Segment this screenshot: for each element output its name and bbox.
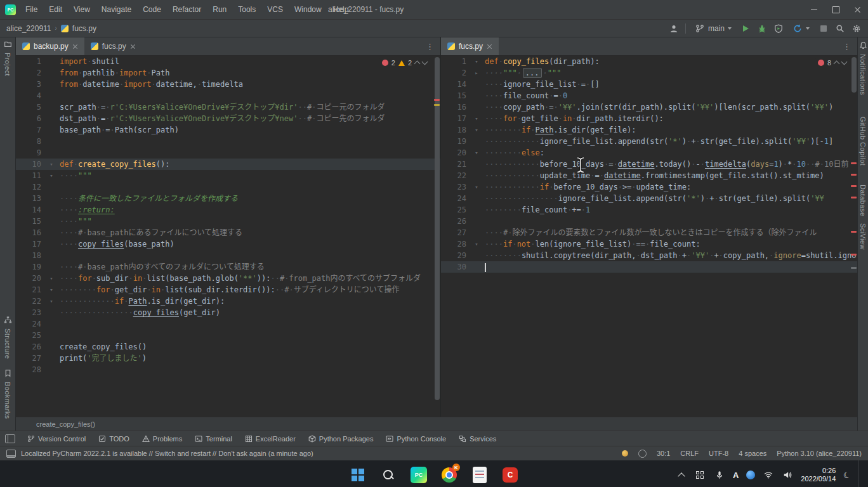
toolwindow-button-notifications[interactable]: Notifications <box>859 41 867 95</box>
tray-blue-icon[interactable] <box>746 471 755 479</box>
code-line[interactable]: 3from·datetime·import·datetime,·timedelt… <box>16 79 440 90</box>
menu-vcs[interactable]: VCS <box>261 0 289 19</box>
toolwindow-button-bookmarks[interactable]: Bookmarks <box>4 369 12 419</box>
caret-stripe-mark[interactable] <box>851 267 857 269</box>
code-line[interactable]: 15····""" <box>16 216 440 227</box>
event-log-icon[interactable] <box>622 450 628 457</box>
mic-icon[interactable] <box>714 469 725 481</box>
inspections-widget[interactable]: 8 <box>815 58 850 67</box>
prev-problem-icon[interactable] <box>414 61 421 67</box>
scrollbar-thumb[interactable] <box>852 57 857 93</box>
menu-run[interactable]: Run <box>207 0 232 19</box>
tray-chevron-icon[interactable] <box>676 469 687 481</box>
code-line[interactable]: 1import·shutil <box>16 56 440 67</box>
code-line[interactable]: 16····copy_path·=·'¥¥'.join(str(dir_path… <box>441 101 857 113</box>
code-line[interactable]: 7base_path·=·Path(scr_path) <box>16 124 440 136</box>
code-line[interactable]: 19············ignore_file_list.append(st… <box>441 136 857 147</box>
code-line[interactable]: 21▾········for·get_dir·in·list(sub_dir.i… <box>16 284 440 295</box>
copilot-status-icon[interactable] <box>638 450 647 458</box>
status-panel-icon[interactable] <box>6 450 16 458</box>
code-line[interactable]: 9 <box>16 147 440 159</box>
code-line[interactable]: 27····#·除外ファイルの要素数とファイル数が一致しないときはコピーを作成す… <box>441 227 857 238</box>
fold-marker[interactable]: ▾ <box>471 147 482 159</box>
toolwindow-button-github-copilot[interactable]: GitHub Copilot <box>859 117 867 166</box>
fold-marker[interactable]: ▾ <box>471 113 482 124</box>
code-line[interactable]: 29········shutil.copytree(dir_path,·dst_… <box>441 250 857 261</box>
git-branch-widget[interactable]: main <box>692 22 734 35</box>
debug-button[interactable] <box>757 23 767 34</box>
menu-edit[interactable]: Edit <box>43 0 68 19</box>
breadcrumb-function[interactable]: create_copy_files() <box>36 420 95 428</box>
menu-tools[interactable]: Tools <box>232 0 261 19</box>
code-line[interactable]: 28▾····if·not·len(ignore_file_list)·==·f… <box>441 238 857 250</box>
breadcrumb-project[interactable]: alice_220911 <box>6 24 51 33</box>
code-line[interactable]: 20▾········else: <box>441 147 857 159</box>
close-tab-icon[interactable] <box>487 44 492 49</box>
code-line[interactable]: 8 <box>16 136 440 147</box>
warning-stripe-mark[interactable] <box>434 104 440 106</box>
code-line[interactable]: 30 <box>441 261 857 273</box>
left-editor[interactable]: 1import·shutil2from·pathlib·import·Path3… <box>16 56 440 417</box>
coverage-button[interactable] <box>773 23 784 34</box>
status-indent[interactable]: 4 spaces <box>739 450 766 457</box>
code-line[interactable]: 5scr_path·=·r'C:¥Users¥alice¥OneDrive¥デス… <box>16 101 440 113</box>
code-line[interactable]: 24 <box>16 318 440 330</box>
code-line[interactable]: 17····copy_files(base_path) <box>16 238 440 250</box>
code-line[interactable]: 2▸····"""·...·""" <box>441 67 857 79</box>
menu-code[interactable]: Code <box>137 0 167 19</box>
fold-marker[interactable]: ▾ <box>46 273 56 284</box>
status-encoding[interactable]: UTF-8 <box>709 450 728 457</box>
red-app-button[interactable]: C <box>499 462 521 487</box>
code-line[interactable]: 22············update_time·=·datetime.fro… <box>441 170 857 181</box>
code-line[interactable]: 19····#·base_path内のすべてのフォルダについて処理する <box>16 261 440 273</box>
tab-options-icon[interactable] <box>836 42 857 51</box>
tab-backup-py[interactable]: backup.py <box>16 37 84 55</box>
toolwindow-button-todo[interactable]: TODO <box>93 431 135 446</box>
tab-fucs-py[interactable]: fucs.py <box>84 37 142 55</box>
taskbar-search-button[interactable] <box>378 462 399 487</box>
code-line[interactable]: 1▾def·copy_files(dir_path): <box>441 56 857 67</box>
breadcrumb-file[interactable]: fucs.py <box>72 24 96 33</box>
user-icon[interactable] <box>669 23 679 34</box>
status-message[interactable]: Localized PyCharm 2022.2.1 is available … <box>21 450 313 457</box>
update-project-button[interactable] <box>790 22 812 35</box>
menu-window[interactable]: Window <box>289 0 327 19</box>
code-line[interactable]: 23················copy_files(get_dir) <box>16 307 440 318</box>
code-line[interactable]: 16····#·base_pathにあるファイルについて処理する <box>16 227 440 238</box>
fold-marker[interactable]: ▾ <box>471 181 482 193</box>
chrome-taskbar-button[interactable]: K <box>438 462 460 487</box>
code-line[interactable]: 18▾········if·Path.is_dir(get_file): <box>441 124 857 136</box>
code-line[interactable]: 21············before_10_days·=·datetime.… <box>441 159 857 170</box>
fold-marker[interactable]: ▾ <box>46 170 56 181</box>
show-desktop-button[interactable] <box>858 460 862 487</box>
code-line[interactable]: 22▾············if·Path.is_dir(get_dir): <box>16 295 440 307</box>
code-line[interactable]: 18 <box>16 250 440 261</box>
code-line[interactable]: 11▾····""" <box>16 170 440 181</box>
code-line[interactable]: 28 <box>16 364 440 375</box>
toolwindow-button-structure[interactable]: Structure <box>4 316 12 359</box>
code-line[interactable]: 26 <box>441 216 857 227</box>
code-line[interactable]: 26create_copy_files() <box>16 341 440 353</box>
fold-marker[interactable]: ▾ <box>46 159 56 170</box>
right-editor[interactable]: 1▾def·copy_files(dir_path):2▸····"""·...… <box>441 56 857 417</box>
fold-marker[interactable]: ▾ <box>471 238 482 250</box>
code-line[interactable]: 12 <box>16 181 440 193</box>
document-app-button[interactable] <box>469 462 490 487</box>
code-line[interactable]: 25 <box>16 330 440 341</box>
menu-refactor[interactable]: Refactor <box>167 0 207 19</box>
toolwindow-button-terminal[interactable]: Terminal <box>189 431 238 446</box>
run-button[interactable] <box>740 23 751 34</box>
error-stripe-mark[interactable] <box>851 185 857 187</box>
toolwindow-button-sciview[interactable]: SciView <box>859 223 867 250</box>
fold-marker[interactable]: ▾ <box>46 295 56 307</box>
inspections-widget[interactable]: 2 2 <box>379 58 430 67</box>
next-problem-icon[interactable] <box>422 59 428 65</box>
code-line[interactable]: 14····ignore_file_list·=·[] <box>441 79 857 90</box>
tab-fucs-py[interactable]: fucs.py <box>441 37 499 55</box>
close-tab-icon[interactable] <box>130 44 136 49</box>
maximize-button[interactable] <box>825 0 846 19</box>
menu-file[interactable]: File <box>20 0 43 19</box>
toolwindow-button-services[interactable]: Services <box>453 431 502 446</box>
pycharm-taskbar-button[interactable]: PC <box>408 462 430 487</box>
status-interpreter[interactable]: Python 3.10 (alice_220911) <box>777 450 862 457</box>
